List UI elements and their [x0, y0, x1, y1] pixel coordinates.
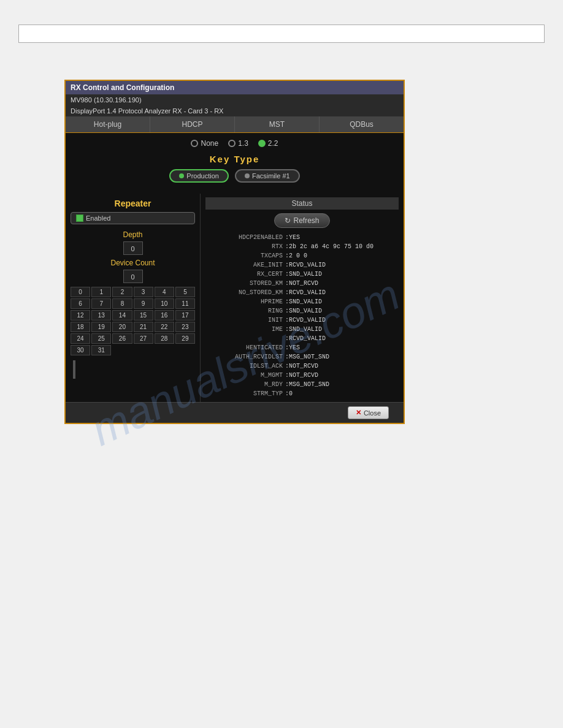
cell-14[interactable]: 14 [112, 310, 132, 320]
version-13[interactable]: 1.3 [228, 139, 248, 148]
status-line-4: RX_CERT :SND_VALID [205, 270, 399, 279]
close-label: Close [364, 409, 381, 417]
depth-value[interactable]: 0 [123, 241, 143, 255]
refresh-button[interactable]: ↻ Refresh [274, 213, 329, 228]
cell-8[interactable]: 8 [112, 298, 132, 309]
enabled-button[interactable]: Enabled [71, 212, 195, 224]
tab-hdcp[interactable]: HDCP [150, 116, 235, 132]
version-row: None 1.3 2.2 [72, 139, 397, 148]
cell-24[interactable]: 24 [71, 333, 90, 344]
cell-20[interactable]: 20 [112, 322, 132, 332]
grid-row6: 30 31 [71, 345, 195, 355]
key-type-row: Production Facsimile #1 [72, 169, 397, 183]
cell-6[interactable]: 6 [71, 298, 90, 309]
version-13-label: 1.3 [238, 139, 248, 148]
grid-row5: 24 25 26 27 28 29 [71, 333, 195, 344]
status-line-17: STRM_TYP :0 [205, 389, 399, 398]
status-line-12: HENTICATED :YES [205, 343, 399, 352]
left-panel: Repeater Enabled Depth 0 Device Count 0 … [66, 194, 201, 402]
tab-mst[interactable]: MST [235, 116, 320, 132]
cell-16[interactable]: 16 [155, 310, 174, 320]
cell-17[interactable]: 17 [175, 310, 195, 320]
refresh-icon: ↻ [285, 216, 291, 225]
tab-qdbus[interactable]: QDBus [320, 116, 404, 132]
cell-22[interactable]: 22 [155, 322, 174, 332]
main-body: Repeater Enabled Depth 0 Device Count 0 … [66, 194, 404, 402]
tab-bar: Hot-plug HDCP MST QDBus [66, 116, 404, 133]
status-line-7: HPRIME :SND_VALID [205, 297, 399, 306]
status-line-14: IDLST_ACK :NOT_RCVD [205, 362, 399, 371]
version-none[interactable]: None [191, 139, 218, 148]
radio-none [191, 140, 198, 147]
grid-row3: 12 13 14 15 16 17 [71, 310, 195, 320]
cell-27[interactable]: 27 [134, 333, 153, 344]
facsimile-label: Facsimile #1 [252, 172, 290, 180]
radio-22 [258, 140, 266, 147]
cell-11[interactable]: 11 [175, 298, 195, 309]
device-count-value[interactable]: 0 [123, 270, 143, 283]
cell-19[interactable]: 19 [91, 322, 111, 332]
right-panel: Status ↻ Refresh HDCP2ENABLED :YES RTX :… [201, 194, 404, 402]
cell-4[interactable]: 4 [155, 287, 174, 297]
status-line-0: HDCP2ENABLED :YES [205, 233, 399, 242]
status-lines: HDCP2ENABLED :YES RTX :2b 2c a6 4c 9c 75… [205, 233, 399, 398]
key-type-label: Key Type [72, 154, 397, 164]
cell-7[interactable]: 7 [91, 298, 111, 309]
status-line-15: M_MGMT :NOT_RCVD [205, 371, 399, 380]
cell-30[interactable]: 30 [71, 345, 90, 355]
cell-28[interactable]: 28 [155, 333, 174, 344]
cell-12[interactable]: 12 [71, 310, 90, 320]
cell-29[interactable]: 29 [175, 333, 195, 344]
dialog-title: RX Control and Configuration [66, 81, 404, 94]
cell-5[interactable]: 5 [175, 287, 195, 297]
status-line-11: :RCVD_VALID [205, 334, 399, 343]
production-dot [179, 173, 184, 178]
repeater-label: Repeater [71, 199, 195, 208]
hdcp-content: None 1.3 2.2 Key Type Production Facsimi… [66, 133, 404, 194]
status-line-9: INIT :RCVD_VALID [205, 316, 399, 325]
tab-hotplug[interactable]: Hot-plug [66, 116, 150, 132]
status-line-5: STORED_KM :NOT_RCVD [205, 279, 399, 288]
facsimile-dot [245, 173, 250, 178]
key-facsimile-btn[interactable]: Facsimile #1 [235, 169, 300, 183]
cell-3[interactable]: 3 [134, 287, 153, 297]
status-line-13: AUTH_RCVIDLST :MSG_NOT_SND [205, 352, 399, 362]
cell-15[interactable]: 15 [134, 310, 153, 320]
version-none-label: None [201, 139, 218, 148]
status-line-10: IME :SND_VALID [205, 325, 399, 334]
enabled-check [76, 214, 83, 222]
grid-row2: 6 7 8 9 10 11 [71, 298, 195, 309]
cell-1[interactable]: 1 [91, 287, 111, 297]
key-production-btn[interactable]: Production [169, 169, 229, 183]
grid-row4: 18 19 20 21 22 23 [71, 322, 195, 332]
cell-21[interactable]: 21 [134, 322, 153, 332]
cell-23[interactable]: 23 [175, 322, 195, 332]
cell-25[interactable]: 25 [91, 333, 111, 344]
refresh-label: Refresh [293, 216, 319, 225]
status-line-3: AKE_INIT :RCVD_VALID [205, 260, 399, 270]
grid-row1: 0 1 2 3 4 5 [71, 287, 195, 297]
close-button[interactable]: ✕ Close [348, 406, 389, 419]
production-label: Production [186, 172, 219, 180]
cell-31[interactable]: 31 [91, 345, 111, 355]
cell-0[interactable]: 0 [71, 287, 90, 297]
rx-control-dialog: RX Control and Configuration MV980 (10.3… [64, 80, 405, 424]
status-line-6: NO_STORED_KM :RCVD_VALID [205, 288, 399, 297]
radio-13 [228, 140, 236, 147]
close-x-icon: ✕ [356, 409, 361, 417]
cell-18[interactable]: 18 [71, 322, 90, 332]
status-header: Status [205, 197, 399, 210]
version-22[interactable]: 2.2 [258, 139, 278, 148]
status-line-1: RTX :2b 2c a6 4c 9c 75 10 d0 [205, 242, 399, 251]
top-search-bar[interactable] [18, 25, 545, 43]
status-line-2: TXCAPS :2 0 0 [205, 251, 399, 260]
cell-13[interactable]: 13 [91, 310, 111, 320]
cell-2[interactable]: 2 [112, 287, 132, 297]
dialog-subtitle2: DisplayPort 1.4 Protocol Analyzer RX - C… [66, 105, 404, 116]
cell-26[interactable]: 26 [112, 333, 132, 344]
cell-9[interactable]: 9 [134, 298, 153, 309]
enabled-label: Enabled [86, 214, 110, 222]
cell-10[interactable]: 10 [155, 298, 174, 309]
left-bar [73, 360, 75, 379]
device-count-label: Device Count [71, 259, 195, 267]
